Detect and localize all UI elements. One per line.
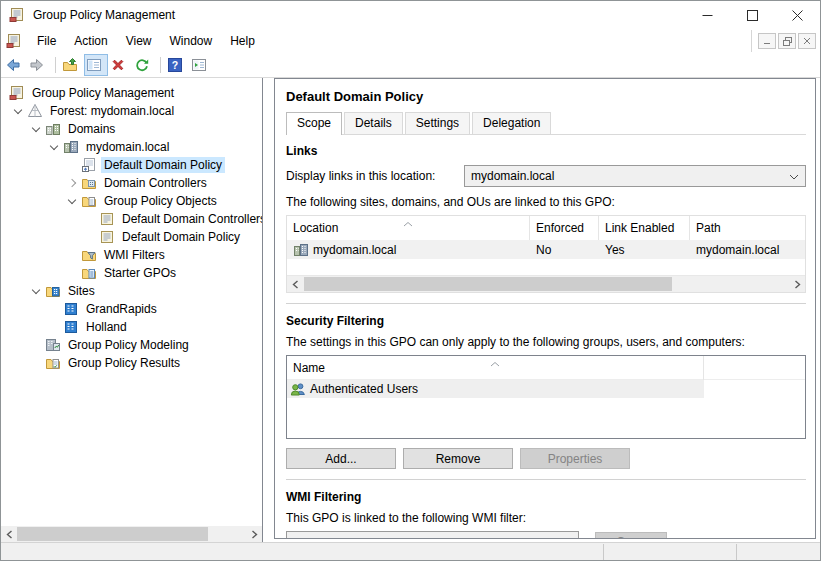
links-table-body: mydomain.localNoYesmydomain.local — [287, 240, 805, 259]
chevron-down-icon[interactable] — [27, 120, 45, 138]
menu-file[interactable]: File — [28, 31, 65, 51]
tree-item-mydomain-local[interactable]: mydomain.local — [1, 138, 262, 156]
enforced-cell: No — [530, 240, 599, 259]
wmi-filter-value: <none> — [293, 535, 334, 539]
menu-view[interactable]: View — [117, 31, 161, 51]
mdi-restore-button[interactable] — [778, 33, 796, 49]
wmi-caption: This GPO is linked to the following WMI … — [286, 511, 806, 525]
tree-item-domain-controllers[interactable]: Domain Controllers — [1, 174, 262, 192]
gpo-icon — [99, 211, 115, 227]
tab-scope[interactable]: Scope — [286, 112, 342, 135]
console-tree-button[interactable] — [84, 54, 108, 76]
statusbar-separator — [603, 544, 604, 560]
users-icon — [290, 381, 306, 397]
console-tree-icon — [86, 57, 102, 73]
action-pane-button[interactable] — [189, 54, 213, 76]
up-one-level-button[interactable] — [60, 54, 84, 76]
tree-item-default-domain-policy[interactable]: Default Domain Policy — [1, 156, 262, 174]
scroll-left-icon[interactable] — [287, 276, 303, 292]
domain-icon — [293, 242, 309, 258]
pane-splitter[interactable] — [263, 78, 274, 542]
back-button[interactable] — [3, 54, 27, 76]
tree-item-group-policy-modeling[interactable]: Group Policy Modeling — [1, 336, 262, 354]
tree-item-label: Forest: mydomain.local — [47, 103, 177, 119]
gpo-folder-icon — [81, 193, 97, 209]
window-title: Group Policy Management — [33, 8, 685, 22]
chevron-down-icon[interactable] — [45, 138, 63, 156]
close-button[interactable] — [775, 2, 820, 29]
help-button[interactable]: ? — [165, 54, 189, 76]
forward-button[interactable] — [27, 54, 51, 76]
security-caption: The settings in this GPO can only apply … — [286, 335, 806, 349]
links-caption: The following sites, domains, and OUs ar… — [286, 195, 806, 209]
tree-item-grandrapids[interactable]: GrandRapids — [1, 300, 262, 318]
mdi-minimize-button[interactable] — [758, 33, 776, 49]
refresh-button[interactable] — [132, 54, 156, 76]
menu-help[interactable]: Help — [221, 31, 264, 51]
wmi-heading: WMI Filtering — [286, 490, 806, 504]
tree-item-default-domain-policy[interactable]: Default Domain Policy — [1, 228, 262, 246]
scroll-thumb[interactable] — [17, 527, 208, 541]
gpo-title: Default Domain Policy — [286, 89, 806, 104]
statusbar-separator — [736, 544, 737, 560]
chevron-down-icon[interactable] — [63, 192, 81, 210]
links-table-row[interactable]: mydomain.localNoYesmydomain.local — [287, 240, 805, 259]
add-button[interactable]: Add... — [286, 448, 396, 469]
tab-bar: Scope Details Settings Delegation — [286, 112, 806, 135]
wmi-folder-icon — [81, 247, 97, 263]
links-table-empty-space — [287, 259, 805, 275]
properties-button: Properties — [520, 448, 630, 469]
minimize-button[interactable] — [685, 2, 730, 29]
tree-horizontal-scrollbar[interactable] — [1, 526, 262, 542]
tree-item-label: Default Domain Policy — [119, 229, 243, 245]
security-filtering-section: Security Filtering The settings in this … — [286, 305, 806, 469]
security-name-cell: Authenticated Users — [287, 380, 704, 398]
tree-item-label: GrandRapids — [83, 301, 160, 317]
tree-item-holland[interactable]: Holland — [1, 318, 262, 336]
gpo-link-icon — [81, 157, 97, 173]
tree-item-group-policy-management[interactable]: Group Policy Management — [1, 84, 262, 102]
chevron-down-icon[interactable] — [9, 102, 27, 120]
column-header-path[interactable]: Path — [690, 216, 805, 240]
scroll-right-icon[interactable] — [246, 526, 262, 542]
chevron-right-icon[interactable] — [63, 174, 81, 192]
chevron-down-icon — [562, 535, 572, 539]
display-links-combo[interactable]: mydomain.local — [464, 165, 806, 187]
column-header-enforced[interactable]: Enforced — [530, 216, 599, 240]
scroll-left-icon[interactable] — [1, 526, 17, 542]
column-header-link-enabled[interactable]: Link Enabled — [599, 216, 690, 240]
security-heading: Security Filtering — [286, 314, 806, 328]
mdi-close-button[interactable] — [798, 33, 816, 49]
delete-button[interactable] — [108, 54, 132, 76]
console-tree-pane: Group Policy ManagementForest: mydomain.… — [1, 78, 263, 542]
tree-item-starter-gpos[interactable]: Starter GPOs — [1, 264, 262, 282]
tree-item-forest-mydomain-local[interactable]: Forest: mydomain.local — [1, 102, 262, 120]
tree-item-sites[interactable]: Sites — [1, 282, 262, 300]
tab-details[interactable]: Details — [344, 112, 403, 134]
menu-window[interactable]: Window — [161, 31, 222, 51]
scroll-thumb[interactable] — [304, 277, 672, 291]
maximize-button[interactable] — [730, 2, 775, 29]
wmi-filtering-section: WMI Filtering This GPO is linked to the … — [286, 481, 806, 539]
tab-settings[interactable]: Settings — [405, 112, 470, 134]
app-icon — [9, 7, 25, 23]
tree-item-domains[interactable]: Domains — [1, 120, 262, 138]
tree-item-group-policy-objects[interactable]: Group Policy Objects — [1, 192, 262, 210]
ou-folder-icon — [81, 175, 97, 191]
wmi-filter-combo[interactable]: <none> — [286, 531, 579, 539]
tree-item-group-policy-results[interactable]: Group Policy Results — [1, 354, 262, 372]
expander-placeholder — [45, 300, 63, 318]
toolbar-separator — [55, 57, 56, 73]
scroll-right-icon[interactable] — [789, 276, 805, 292]
tab-delegation[interactable]: Delegation — [472, 112, 551, 134]
chevron-down-icon[interactable] — [27, 282, 45, 300]
expander-placeholder — [27, 336, 45, 354]
display-links-value: mydomain.local — [471, 169, 554, 183]
security-list-row[interactable]: Authenticated Users — [287, 380, 805, 398]
tree-item-label: Default Domain Controllers — [119, 211, 263, 227]
remove-button[interactable]: Remove — [403, 448, 513, 469]
tree-item-default-domain-controllers[interactable]: Default Domain Controllers — [1, 210, 262, 228]
links-horizontal-scrollbar[interactable] — [287, 275, 805, 292]
menu-action[interactable]: Action — [65, 31, 116, 51]
tree-item-wmi-filters[interactable]: WMI Filters — [1, 246, 262, 264]
